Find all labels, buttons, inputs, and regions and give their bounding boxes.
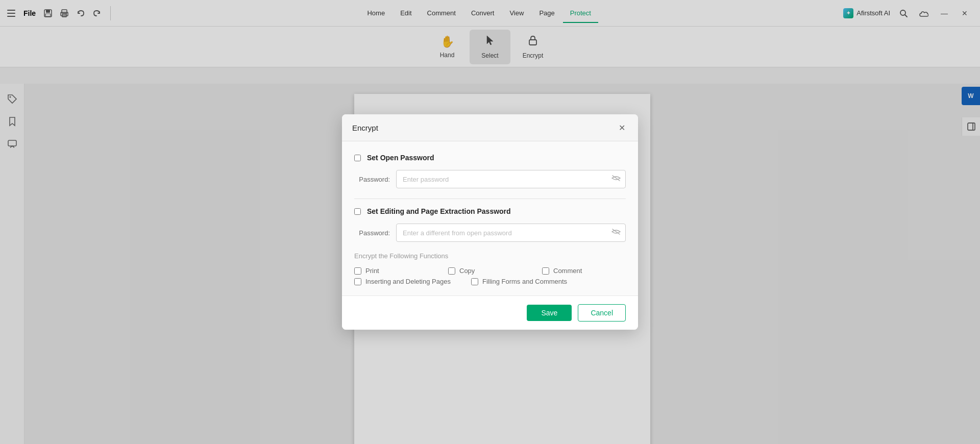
comment-checkbox-item[interactable]: Comment xyxy=(542,267,626,275)
open-password-input-row: Password: xyxy=(354,170,626,188)
copy-checkbox[interactable] xyxy=(448,267,455,275)
edit-password-eye-icon[interactable] xyxy=(611,228,621,237)
comment-checkbox[interactable] xyxy=(542,267,549,275)
print-checkbox[interactable] xyxy=(354,267,361,275)
close-icon: ✕ xyxy=(619,123,625,133)
print-checkbox-item[interactable]: Print xyxy=(354,267,438,275)
inserting-deleting-label: Inserting and Deleting Pages xyxy=(365,278,451,285)
edit-password-input-row: Password: xyxy=(354,224,626,242)
dialog-header: Encrypt ✕ xyxy=(342,114,638,141)
inserting-deleting-checkbox-item[interactable]: Inserting and Deleting Pages xyxy=(354,278,451,285)
functions-label: Encrypt the Following Functions xyxy=(354,252,626,260)
dialog-close-button[interactable]: ✕ xyxy=(616,121,628,134)
open-password-checkbox[interactable] xyxy=(354,155,361,161)
edit-password-input[interactable] xyxy=(396,224,626,242)
filling-forms-label: Filling Forms and Comments xyxy=(482,278,567,285)
comment-label: Comment xyxy=(553,267,582,275)
edit-password-checkbox[interactable] xyxy=(354,208,361,215)
set-edit-password-row: Set Editing and Page Extraction Password xyxy=(354,207,626,215)
cancel-button[interactable]: Cancel xyxy=(578,304,626,322)
copy-label: Copy xyxy=(459,267,475,275)
edit-password-label[interactable]: Set Editing and Page Extraction Password xyxy=(367,207,511,215)
encrypt-dialog: Encrypt ✕ Set Open Password Password: xyxy=(342,114,638,330)
password-field-label: Password: xyxy=(354,176,390,183)
divider xyxy=(354,199,626,199)
print-label: Print xyxy=(365,267,379,275)
filling-forms-checkbox[interactable] xyxy=(471,278,478,285)
dialog-overlay: Encrypt ✕ Set Open Password Password: xyxy=(0,0,980,444)
open-password-input-wrap xyxy=(396,170,626,188)
dialog-title: Encrypt xyxy=(352,124,378,132)
open-password-eye-icon[interactable] xyxy=(611,175,621,184)
dialog-body: Set Open Password Password: xyxy=(342,141,638,295)
edit-password-field-label: Password: xyxy=(354,229,390,237)
save-button[interactable]: Save xyxy=(527,305,572,321)
open-password-input[interactable] xyxy=(396,170,626,188)
set-open-password-row: Set Open Password xyxy=(354,154,626,162)
filling-forms-checkbox-item[interactable]: Filling Forms and Comments xyxy=(471,278,567,285)
encrypt-functions-grid: Print Copy Comment xyxy=(354,267,626,275)
copy-checkbox-item[interactable]: Copy xyxy=(448,267,532,275)
inserting-deleting-checkbox[interactable] xyxy=(354,278,361,285)
encrypt-functions-row2: Inserting and Deleting Pages Filling For… xyxy=(354,278,626,285)
dialog-footer: Save Cancel xyxy=(342,295,638,330)
edit-password-input-wrap xyxy=(396,224,626,242)
open-password-label[interactable]: Set Open Password xyxy=(367,154,434,162)
